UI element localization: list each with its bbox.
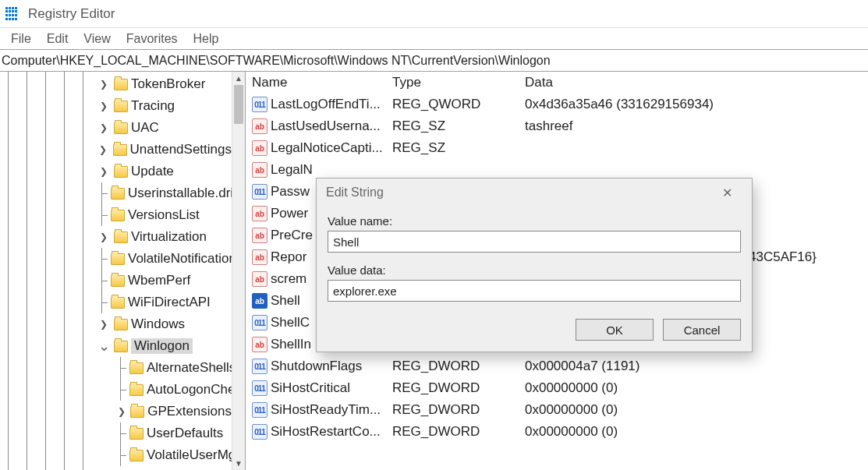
numeric-value-icon: 011 (252, 380, 267, 396)
tree-item-virtualization[interactable]: ❯Virtualization (94, 226, 232, 248)
value-name: ShutdownFlags (271, 359, 362, 374)
folder-icon (111, 297, 125, 309)
value-data: 0x00000000 (0) (525, 402, 868, 418)
tree-item-uac[interactable]: ❯UAC (94, 117, 232, 139)
numeric-value-icon: 011 (252, 359, 267, 374)
chevron-right-icon[interactable]: ❯ (97, 319, 111, 330)
tree-item-volatileusermgrkey[interactable]: VolatileUserMgrKey (94, 444, 232, 466)
menu-help[interactable]: Help (186, 30, 227, 48)
tree-item-userdefaults[interactable]: UserDefaults (94, 422, 232, 444)
list-row[interactable]: 011SiHostRestartCo...REG_DWORD0x00000000… (246, 421, 868, 443)
folder-icon (129, 450, 143, 461)
numeric-value-icon: 011 (252, 184, 267, 200)
chevron-right-icon[interactable]: ❯ (97, 231, 111, 242)
scroll-track[interactable] (232, 85, 245, 457)
edit-string-dialog: Edit String ✕ Value name: Value data: OK… (316, 178, 753, 352)
tree-item-label: UnattendSettings (130, 142, 232, 157)
close-icon[interactable]: ✕ (711, 178, 742, 207)
tree-item-label: TokenBroker (131, 76, 205, 92)
tree-item-label: UserDefaults (147, 426, 223, 441)
tree[interactable]: ❯TokenBroker❯Tracing❯UAC❯UnattendSetting… (94, 72, 232, 470)
tree-item-windows[interactable]: ❯Windows (94, 313, 232, 335)
list-row[interactable]: abLastUsedUserna...REG_SZtashreef (246, 115, 868, 137)
folder-icon (111, 210, 125, 221)
address-bar[interactable]: Computer\HKEY_LOCAL_MACHINE\SOFTWARE\Mic… (0, 50, 868, 72)
tree-item-unattendsettings[interactable]: ❯UnattendSettings (94, 139, 232, 161)
tree-item-autologonchecked[interactable]: AutoLogonChecked (94, 379, 232, 401)
value-type: REG_DWORD (392, 424, 525, 440)
tree-item-wifidirectapi[interactable]: WiFiDirectAPI (94, 292, 232, 313)
tree-item-tokenbroker[interactable]: ❯TokenBroker (94, 73, 232, 95)
tree-item-volatilenotifications[interactable]: VolatileNotifications (94, 248, 232, 270)
folder-icon (113, 144, 127, 156)
chevron-right-icon[interactable]: ❯ (115, 406, 127, 417)
value-type: REG_SZ (392, 140, 525, 156)
cancel-button[interactable]: Cancel (663, 319, 741, 341)
column-name[interactable]: Name (252, 75, 392, 90)
address-path: Computer\HKEY_LOCAL_MACHINE\SOFTWARE\Mic… (2, 54, 551, 68)
string-value-icon: ab (252, 228, 267, 243)
column-data[interactable]: Data (525, 75, 868, 90)
dialog-titlebar[interactable]: Edit String ✕ (317, 178, 752, 207)
scroll-down-icon[interactable]: ▼ (232, 457, 245, 470)
menu-edit[interactable]: Edit (39, 30, 76, 48)
list-row[interactable]: 011SiHostReadyTim...REG_DWORD0x00000000 … (246, 399, 868, 421)
tree-item-userinstallable-drivers[interactable]: Userinstallable.drivers (94, 182, 232, 204)
folder-icon (114, 101, 128, 112)
tree-item-gpextensions[interactable]: ❯GPExtensions (94, 401, 232, 422)
string-value-icon: ab (252, 293, 267, 309)
folder-icon (114, 166, 128, 178)
tree-item-label: Userinstallable.drivers (128, 186, 232, 201)
tree-item-versionslist[interactable]: VersionsList (94, 204, 232, 226)
tree-item-update[interactable]: ❯Update (94, 161, 232, 182)
chevron-right-icon[interactable]: ❯ (97, 79, 111, 90)
tree-item-winlogon[interactable]: ⌄Winlogon (94, 335, 232, 357)
string-value-icon: ab (252, 271, 267, 287)
chevron-right-icon[interactable]: ❯ (97, 101, 111, 111)
tree-item-label: GPExtensions (147, 404, 232, 419)
value-type: REG_DWORD (392, 359, 525, 374)
tree-item-label: WbemPerf (128, 273, 190, 288)
value-name: ShellIn (271, 337, 311, 352)
chevron-right-icon[interactable]: ❯ (97, 166, 111, 177)
value-type: REG_SZ (392, 118, 525, 134)
tree-item-wbemperf[interactable]: WbemPerf (94, 270, 232, 292)
value-name-label: Value name: (328, 214, 741, 228)
tree-item-alternateshells[interactable]: AlternateShells (94, 357, 232, 379)
value-name-input[interactable] (328, 231, 741, 253)
ok-button[interactable]: OK (576, 319, 654, 341)
list-header[interactable]: Name Type Data (246, 72, 868, 94)
value-data: 0x00000000 (0) (525, 424, 868, 440)
tree-item-tracing[interactable]: ❯Tracing (94, 95, 232, 117)
value-data-input[interactable] (328, 280, 741, 302)
tree-item-label: AlternateShells (147, 360, 232, 376)
tree-item-label: Winlogon (131, 338, 193, 354)
value-name: screm (271, 271, 306, 287)
numeric-value-icon: 011 (252, 315, 267, 330)
folder-icon (129, 384, 143, 396)
column-type[interactable]: Type (392, 75, 525, 90)
chevron-down-icon[interactable]: ⌄ (97, 337, 111, 355)
value-data: 0x00000000 (0) (525, 380, 868, 396)
list-row[interactable]: 011SiHostCriticalREG_DWORD0x00000000 (0) (246, 377, 868, 399)
value-name: SiHostRestartCo... (271, 424, 381, 440)
tree-panel: ❯TokenBroker❯Tracing❯UAC❯UnattendSetting… (0, 72, 246, 470)
list-row[interactable]: 011LastLogOffEndTi...REG_QWORD0x4d36a35a… (246, 94, 868, 115)
value-data: 0x4d36a35a46 (331629156934) (525, 97, 868, 112)
scroll-up-icon[interactable]: ▲ (232, 72, 245, 85)
list-row[interactable]: abLegalNoticeCapti...REG_SZ (246, 137, 868, 159)
value-name: ShellC (271, 315, 310, 330)
menu-file[interactable]: File (3, 30, 39, 48)
chevron-right-icon[interactable]: ❯ (97, 144, 110, 155)
value-name: LastUsedUserna... (271, 118, 381, 134)
menu-view[interactable]: View (76, 30, 118, 48)
menu-favorites[interactable]: Favorites (119, 30, 186, 48)
partial-data-value: 43C5AF16} (749, 249, 817, 265)
value-name: Shell (271, 293, 300, 309)
tree-scrollbar[interactable]: ▲ ▼ (232, 72, 245, 470)
tree-item-label: AutoLogonChecked (147, 382, 232, 398)
value-type: REG_QWORD (392, 97, 525, 112)
chevron-right-icon[interactable]: ❯ (97, 122, 111, 133)
scroll-thumb[interactable] (234, 85, 243, 124)
list-row[interactable]: 011ShutdownFlagsREG_DWORD0x000004a7 (119… (246, 355, 868, 377)
